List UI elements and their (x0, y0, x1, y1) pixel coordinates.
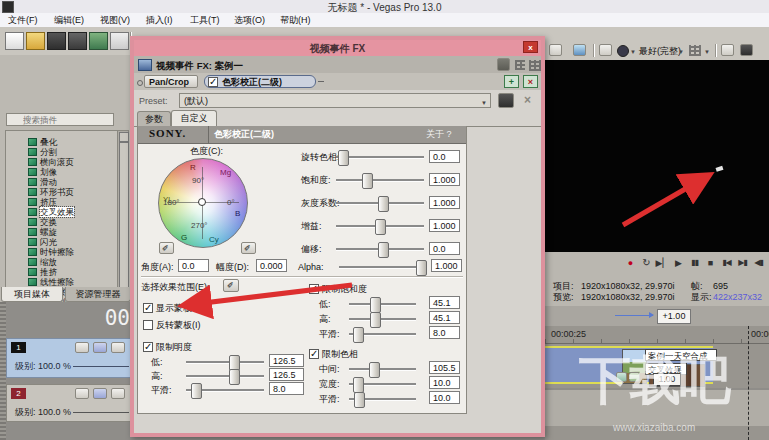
plugin-item[interactable]: 环形书页 (28, 187, 74, 197)
luma-high-slider[interactable] (186, 375, 264, 377)
alpha-value[interactable]: 1.000 (431, 259, 462, 272)
go-to-end-icon[interactable]: ▶▮ (735, 258, 750, 267)
track-header-2[interactable]: 2 级别: 100.0 % (6, 384, 133, 422)
gamma-value[interactable]: 1.000 (429, 196, 460, 209)
render-as-icon[interactable] (68, 32, 87, 50)
record-icon[interactable]: ● (623, 258, 638, 268)
track-mute-button[interactable] (111, 342, 125, 353)
alpha-slider[interactable] (339, 266, 425, 268)
dialog-close-button[interactable]: x (523, 41, 538, 53)
range-eyedropper-button[interactable]: ✐ (223, 279, 239, 292)
plugin-item[interactable]: 时钟擦除 (28, 247, 74, 257)
edit-cursor-line[interactable] (748, 326, 749, 440)
menu-help[interactable]: 帮助(H) (280, 15, 311, 26)
hue-width-slider[interactable] (349, 383, 416, 385)
fx-enabled-checkbox[interactable] (208, 77, 218, 87)
layout-list-icon[interactable] (497, 58, 510, 71)
sat-high-slider[interactable] (349, 318, 416, 320)
tab-custom[interactable]: 自定义 (171, 110, 217, 126)
menu-edit[interactable]: 编辑(E) (54, 15, 84, 26)
sat-smooth-slider[interactable] (349, 333, 416, 335)
preset-dropdown[interactable]: (默认) (179, 93, 491, 108)
delete-preset-icon[interactable]: × (520, 93, 535, 108)
plugin-item[interactable]: 缩放 (28, 257, 57, 267)
track-mute-button[interactable] (111, 388, 125, 399)
invert-mask-checkbox[interactable] (143, 320, 153, 330)
limit-luma-checkbox[interactable] (143, 342, 153, 352)
plugin-item[interactable]: 线性擦除 (28, 277, 74, 287)
luma-smooth-value[interactable]: 8.0 (269, 382, 304, 395)
scroll-up-icon[interactable] (119, 132, 129, 142)
track-header-1[interactable]: 1 级别: 100.0 % (6, 338, 133, 378)
quality-color-icon[interactable] (617, 45, 629, 57)
plugin-item[interactable]: 交换 (28, 217, 57, 227)
save-snapshot-icon[interactable] (740, 44, 753, 56)
dialog-title-bar[interactable]: 视频事件 FX x (134, 40, 541, 56)
new-project-icon[interactable] (5, 32, 24, 50)
layout-grid-small-icon[interactable] (515, 60, 525, 70)
layout-grid-large-icon[interactable] (529, 60, 541, 71)
hue-center-slider[interactable] (349, 368, 416, 370)
preset-caret-icon[interactable] (481, 97, 487, 107)
menu-view[interactable]: 视图(V) (100, 15, 130, 26)
about-link[interactable]: 关于 ? (426, 129, 452, 140)
save-preset-icon[interactable] (498, 93, 514, 108)
external-monitor-icon[interactable] (573, 44, 586, 56)
sat-smooth-value[interactable]: 8.0 (429, 326, 460, 339)
luma-high-value[interactable]: 126.5 (269, 368, 304, 381)
pause-icon[interactable]: ▮▮ (687, 258, 702, 267)
copy-snapshot-icon[interactable] (721, 44, 734, 56)
loop-playback-icon[interactable]: ↻ (639, 257, 654, 268)
quality-caret2-icon[interactable] (678, 46, 684, 56)
plugin-item[interactable]: 叠化 (28, 137, 57, 147)
overlay-grid-icon[interactable] (689, 45, 701, 56)
track-fx-button[interactable] (75, 388, 89, 399)
rate-arrow-icon[interactable] (615, 315, 653, 316)
luma-low-value[interactable]: 126.5 (269, 354, 304, 367)
plugin-item[interactable]: 划像 (28, 167, 57, 177)
play-icon[interactable]: ▶ (671, 258, 686, 268)
sat-low-value[interactable]: 45.1 (429, 296, 460, 309)
hue-width-value[interactable]: 10.0 (429, 376, 460, 389)
hue-smooth-value[interactable]: 10.0 (429, 391, 460, 404)
play-from-start-icon[interactable]: ▶▏ (655, 258, 670, 268)
track-fx-button[interactable] (75, 342, 89, 353)
plugin-item[interactable]: 闪光 (28, 237, 57, 247)
wheel-eyedropper-low[interactable]: ✐ (159, 242, 174, 254)
rotate-hue-value[interactable]: 0.0 (429, 150, 460, 163)
prev-frame-icon[interactable]: ◀▮ (751, 258, 766, 267)
track-compositing-button[interactable] (93, 388, 107, 399)
open-project-icon[interactable] (26, 32, 45, 50)
preview-quality-label[interactable]: 最好(完整) (639, 46, 681, 57)
rate-value-box[interactable]: +1.00 (657, 309, 691, 324)
save-icon[interactable] (47, 32, 66, 50)
plugin-item[interactable]: 挤压 (28, 197, 57, 207)
plugin-item[interactable]: 滑动 (28, 177, 57, 187)
overlay-caret-icon[interactable] (704, 46, 710, 56)
event-edit-icon[interactable] (110, 32, 129, 50)
show-mask-checkbox[interactable] (143, 303, 153, 313)
plugin-item[interactable]: 分割 (28, 147, 57, 157)
menu-insert[interactable]: 插入(I) (146, 15, 173, 26)
pan-crop-chip[interactable]: Pan/Crop (144, 75, 198, 88)
rotate-hue-slider[interactable] (336, 156, 424, 158)
add-plugin-icon[interactable]: + (504, 75, 519, 88)
remove-plugin-icon[interactable]: × (523, 75, 538, 88)
track-compositing-button[interactable] (93, 342, 107, 353)
wheel-center-point[interactable] (198, 198, 206, 206)
offset-value[interactable]: 0.0 (429, 242, 460, 255)
plugin-item[interactable]: 推挤 (28, 267, 57, 277)
sat-high-value[interactable]: 45.1 (429, 311, 460, 324)
stop-icon[interactable]: ■ (703, 258, 718, 268)
gain-slider[interactable] (336, 225, 424, 227)
menu-tools[interactable]: 工具(T) (190, 15, 220, 26)
menu-file[interactable]: 文件(F) (8, 15, 38, 26)
timeline-track-2[interactable] (545, 390, 769, 426)
plugin-item[interactable]: 螺旋 (28, 227, 57, 237)
video-properties-icon[interactable] (549, 44, 562, 56)
angle-value[interactable]: 0.0 (178, 259, 209, 272)
limit-sat-checkbox[interactable] (309, 284, 319, 294)
luma-low-slider[interactable] (186, 361, 264, 363)
saturation-value[interactable]: 1.000 (429, 173, 460, 186)
amplitude-value[interactable]: 0.000 (256, 259, 287, 272)
